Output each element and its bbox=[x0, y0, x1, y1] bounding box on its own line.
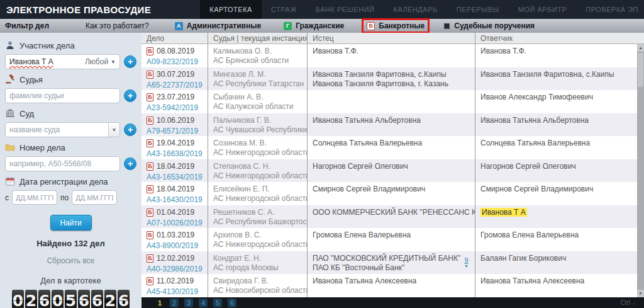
defendant-name: Иванова Т.Ф. bbox=[480, 47, 526, 55]
vertical-scrollbar[interactable]: ▲ ▼ bbox=[637, 44, 644, 297]
judge-cell: Кондрат Е. Н.АС города Москвы bbox=[208, 251, 307, 275]
date-to-input[interactable] bbox=[72, 190, 117, 205]
participant-input[interactable]: Иванова Т А Любой ▼ bbox=[5, 54, 120, 69]
counter-label: Дел в картотеке bbox=[5, 276, 136, 285]
case-number-link[interactable]: А09-8232/2019 bbox=[147, 57, 198, 67]
plaintiff-cell bbox=[307, 90, 475, 113]
case-number-link[interactable]: А43-16638/2019 bbox=[147, 149, 203, 159]
counter-digit: 2 bbox=[25, 290, 37, 308]
page-2[interactable]: 2 bbox=[170, 299, 179, 307]
page-1[interactable]: 1 bbox=[155, 299, 164, 307]
case-table: Дело Судья | текущая инстанция Истец Отв… bbox=[142, 33, 644, 308]
scrollbar-thumb[interactable] bbox=[638, 53, 643, 87]
counter-digit: 6 bbox=[118, 290, 130, 308]
plaintiff-cell: ПАО "МОСКОВСКИЙ КРЕДИТНЫЙ БАНК"ПАО КБ "В… bbox=[307, 251, 475, 275]
case-date: 01.03.2019 bbox=[157, 231, 194, 240]
defendant-cell: Смирнов Сергей Владимирович bbox=[475, 182, 644, 205]
filter-title: Фильтр дел bbox=[5, 21, 49, 30]
add-court-button[interactable]: + bbox=[124, 123, 136, 136]
court-select[interactable]: название суда ▼ bbox=[5, 122, 120, 137]
chevron-down-icon: ▼ bbox=[464, 263, 469, 270]
top-nav: КАРТОТЕКАСТРАЖБАНК РЕШЕНИЙКАЛЕНДАРЬПЕРЕР… bbox=[200, 0, 644, 19]
table-row[interactable]: Б11.02.2019А45-4130/2019Свиридова Г. В.А… bbox=[142, 274, 644, 297]
court-name: АС Чувашской Республики bbox=[213, 125, 303, 135]
table-row[interactable]: Б18.04.2019А43-16430/2019Елисейкин Е. П.… bbox=[142, 182, 644, 205]
judge-name: Архипов В. С. bbox=[213, 231, 303, 240]
scroll-down-icon[interactable]: ▼ bbox=[637, 290, 644, 297]
participant-section-label: Участник дела bbox=[5, 40, 136, 50]
search-button[interactable]: Найти bbox=[50, 215, 92, 231]
reset-all-link[interactable]: Сбросить все bbox=[5, 256, 136, 265]
page-3[interactable]: 3 bbox=[184, 299, 193, 307]
table-row[interactable]: Б10.06.2019А79-6571/2019Пальчикова Г. В.… bbox=[142, 113, 644, 137]
top-nav-item-2[interactable]: БАНК РЕШЕНИЙ bbox=[306, 0, 384, 19]
top-nav-item-3[interactable]: КАЛЕНДАРЬ bbox=[384, 0, 447, 19]
case-date: 10.06.2019 bbox=[157, 116, 194, 125]
add-case-number-button[interactable]: + bbox=[124, 157, 136, 170]
table-row[interactable]: Б18.04.2019А43-16534/2019Степанова С. Н.… bbox=[142, 159, 644, 183]
case-number-link[interactable]: А43-8900/2019 bbox=[147, 241, 198, 251]
table-row[interactable]: Б12.02.2019А40-32986/2019Кондрат Е. Н.АС… bbox=[142, 251, 644, 275]
case-number-link[interactable]: А40-32986/2019 bbox=[147, 265, 203, 274]
how-it-works-link[interactable]: Как это работает? bbox=[86, 21, 149, 30]
case-number-link[interactable]: А65-22737/2019 bbox=[147, 81, 203, 90]
case-number-link[interactable]: А45-4130/2019 bbox=[147, 287, 198, 297]
top-nav-item-5[interactable]: МОЙ АРБИТР bbox=[509, 0, 577, 19]
bankruptcy-case-icon: Б bbox=[147, 93, 153, 101]
page-4[interactable]: 4 bbox=[199, 299, 208, 307]
case-number-link[interactable]: А23-5942/2019 bbox=[147, 103, 198, 113]
date-from-input[interactable] bbox=[12, 190, 57, 205]
plaintiff-name: Иванова Татьяна Альбертовна bbox=[313, 116, 471, 125]
top-nav-item-0[interactable]: КАРТОТЕКА bbox=[200, 0, 262, 19]
table-row[interactable]: Б19.04.2019А43-16638/2019Созинова М. В.А… bbox=[142, 136, 644, 159]
top-nav-item-6[interactable]: ПРОВЕРКА ЭП bbox=[576, 0, 644, 19]
case-cell: Б01.03.2019А43-8900/2019 bbox=[142, 228, 208, 251]
plaintiff-name: ПАО "МОСКОВСКИЙ КРЕДИТНЫЙ БАНК" bbox=[313, 254, 471, 263]
main-area: Участник дела Иванова Т А Любой ▼ + Судь… bbox=[0, 33, 644, 308]
more-parties-badge[interactable]: 9▼ bbox=[464, 257, 469, 270]
court-dropdown-button[interactable]: ▼ bbox=[108, 123, 119, 137]
case-number-link[interactable]: А07-10026/2019 bbox=[147, 219, 203, 228]
case-cell: Б01.04.2019А07-10026/2019 bbox=[142, 205, 208, 229]
judge-name: Свиридова Г. В. bbox=[213, 277, 303, 286]
add-participant-button[interactable]: + bbox=[124, 55, 136, 68]
top-nav-item-1[interactable]: СТРАЖ bbox=[262, 0, 306, 19]
page-5[interactable]: 5 bbox=[213, 299, 222, 307]
table-row[interactable]: Б30.07.2019А65-22737/2019Мингазов Л. М.А… bbox=[142, 67, 644, 91]
court-name: АС города Москвы bbox=[213, 263, 303, 273]
column-header-plaintiff: Истец bbox=[307, 33, 475, 43]
plaintiff-name: Громова Елена Валерьевна bbox=[313, 231, 471, 240]
case-number-input[interactable] bbox=[5, 156, 120, 171]
counter-digit: 6 bbox=[91, 290, 103, 308]
top-nav-item-4[interactable]: ПЕРЕРЫВЫ bbox=[447, 0, 509, 19]
table-row[interactable]: Б01.04.2019А07-10026/2019Решетников С. А… bbox=[142, 205, 644, 229]
tab-judicial-orders[interactable]: Судебные поручения bbox=[444, 21, 535, 30]
table-row[interactable]: Б08.08.2019А09-8232/2019Калмыкова О. В.А… bbox=[142, 44, 644, 67]
participant-role-dropdown[interactable]: Любой ▼ bbox=[85, 57, 116, 66]
court-name: АС Нижегородской области bbox=[213, 171, 303, 181]
chevron-down-icon: ▼ bbox=[111, 59, 116, 65]
judge-cell: Мингазов Л. М.АС Республики Татарстан bbox=[208, 67, 307, 91]
page-6[interactable]: 6 bbox=[228, 299, 236, 307]
judge-name: Пальчикова Г. В. bbox=[213, 116, 303, 125]
tab-case-type-1[interactable]: ГГражданские bbox=[280, 20, 347, 31]
counter-digit: 0 bbox=[52, 290, 64, 308]
scroll-up-icon[interactable]: ▲ bbox=[637, 44, 644, 52]
judge-input[interactable] bbox=[5, 88, 120, 103]
bankruptcy-case-icon: Б bbox=[147, 163, 153, 171]
add-judge-button[interactable]: + bbox=[124, 89, 136, 102]
table-row[interactable]: Б01.03.2019А43-8900/2019Архипов В. С.АС … bbox=[142, 228, 644, 251]
case-number-link[interactable]: А79-6571/2019 bbox=[147, 127, 198, 136]
tab-case-type-2[interactable]: ББанкротные bbox=[364, 20, 428, 31]
case-number-link[interactable]: А43-16430/2019 bbox=[147, 195, 203, 205]
table-row[interactable]: Б23.07.2019А23-5942/2019Сыбачин А. В.АС … bbox=[142, 90, 644, 113]
plaintiff-name: ПАО КБ "Восточный Банк" bbox=[313, 263, 471, 273]
case-date: 18.04.2019 bbox=[157, 185, 194, 194]
defendant-name: Солнцева Татьяна Валерьевна bbox=[480, 139, 590, 147]
case-number-link[interactable]: А43-16534/2019 bbox=[147, 173, 203, 182]
plaintiff-cell: ООО КОММЕРЧЕСКИЙ БАНК "РЕНЕССАНС КРЕДИТ" bbox=[307, 205, 475, 229]
tab-case-type-0[interactable]: ААдминистративные bbox=[172, 20, 265, 31]
judge-name: Степанова С. Н. bbox=[213, 162, 303, 171]
filter-sidebar: Участник дела Иванова Т А Любой ▼ + Судь… bbox=[0, 33, 142, 308]
case-cell: Б19.04.2019А43-16638/2019 bbox=[142, 136, 208, 159]
